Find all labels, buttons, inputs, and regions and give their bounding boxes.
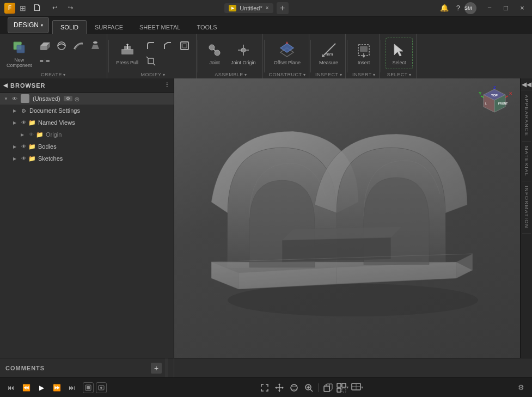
shell-button[interactable] [176,39,193,53]
fit-view-button[interactable] [258,381,271,394]
unsaved-settings-icon[interactable]: ⚙ [64,96,72,101]
app-grid-icon[interactable]: ⊞ [20,4,26,13]
grid-button[interactable]: ▾ [336,381,349,394]
hole-button[interactable] [36,54,53,68]
close-button[interactable]: × [515,2,530,14]
svg-text:Y: Y [479,91,482,96]
revolve-button[interactable] [53,39,70,53]
offset-plane-button[interactable]: Offset Plane [271,39,304,68]
play-button[interactable]: ▶ [35,381,48,394]
measure-button[interactable]: mm Measure [316,39,341,68]
view-cube-button[interactable] [321,381,334,394]
select-button[interactable]: Select [387,39,411,68]
unsaved-folder-icon [21,94,29,103]
sidebar-tab-material[interactable]: MATERIAL [522,142,531,181]
bodies-eye-icon[interactable]: 👁 [20,143,27,150]
fillet-button[interactable] [143,39,159,53]
pan-button[interactable] [273,381,286,394]
construct-dropdown-icon[interactable]: ▾ [303,72,306,77]
joint-origin-button[interactable]: Joint Origin [228,39,259,68]
step-forward-button[interactable]: ⏩ [50,381,63,394]
tab-solid[interactable]: SOLID [52,20,87,34]
browser-item-bodies[interactable]: ▶ 👁 📁 Bodies [0,141,174,152]
new-component-button[interactable]: NewComponent [3,36,35,70]
browser-header: ◀ BROWSER ⋮ [0,78,174,93]
active-tab-pill[interactable]: ▶ Untitled* × [224,3,273,13]
orientation-cube[interactable]: TOP L FRONT X Y Z [475,85,513,123]
insert-derive-button[interactable]: Insert [352,39,376,68]
chamfer-button[interactable] [160,39,176,53]
notification-icon[interactable]: 🔔 [437,2,452,15]
assemble-dropdown-icon[interactable]: ▾ [244,72,247,77]
display-button[interactable]: ▾ [351,381,364,394]
loft-button[interactable] [87,39,103,53]
inspect-dropdown-icon[interactable]: ▾ [340,72,343,77]
add-comment-button[interactable]: + [151,363,162,374]
panel-resize-handle[interactable] [165,358,168,377]
record-button[interactable] [83,382,94,393]
minimize-button[interactable]: − [482,2,497,14]
browser-options-icon[interactable]: ⋮ [164,82,170,89]
modify-dropdown-icon[interactable]: ▾ [163,72,166,77]
redo-icon: ↪ [68,4,73,11]
account-button[interactable]: SM [464,2,476,14]
tab-close-icon[interactable]: × [266,5,269,11]
orbit-button[interactable] [288,381,301,394]
ribbon-group-insert: Insert INSERT ▾ [348,34,380,78]
sidebar-tab-information[interactable]: INFORMATION [522,181,531,234]
step-back-button[interactable]: ⏪ [20,381,33,394]
select-dropdown-icon[interactable]: ▾ [409,72,412,77]
help-icon[interactable]: ? [453,2,463,15]
tab-surface[interactable]: SURFACE [87,20,131,34]
browser-item-sketches[interactable]: ▶ 👁 📁 Sketches [0,152,174,164]
svg-marker-62 [282,387,284,389]
browser-item-named-views[interactable]: ▶ 👁 📁 Named Views [0,117,174,129]
svg-rect-16 [181,42,188,50]
sidebar-tab-appearance[interactable]: APPEARANCE [522,90,531,142]
svg-rect-1 [17,45,25,53]
svg-text:Z: Z [493,85,496,90]
sweep-button[interactable] [70,39,87,53]
statusbar-center: ▾ ▾ [258,381,364,394]
undo-button[interactable]: ↩ [49,2,60,15]
browser-item-unsaved[interactable]: ▼ 👁 (Unsaved) ⚙ ◎ [0,93,174,105]
unsaved-target-icon[interactable]: ◎ [75,96,80,102]
file-menu[interactable]: 🗋 [30,2,45,15]
design-workspace-button[interactable]: DESIGN ▾ [8,17,49,33]
browser-item-doc-settings[interactable]: ▶ ⚙ Document Settings [0,105,174,117]
app-logo[interactable]: F [4,3,15,14]
sketches-eye-icon[interactable]: 👁 [20,155,27,162]
browser-collapse-icon[interactable]: ◀ [3,82,8,88]
viewport[interactable]: TOP L FRONT X Y Z [174,78,520,358]
maximize-button[interactable]: □ [498,2,513,14]
screen-capture-button[interactable] [96,382,107,393]
inspect-buttons: mm Measure [316,36,341,71]
unsaved-eye-icon[interactable]: 👁 [11,95,19,102]
insert-dropdown-icon[interactable]: ▾ [373,72,376,77]
ribbon: NewComponent [0,34,532,78]
sidebar-collapse-arrow[interactable]: ◀◀ [521,78,533,90]
tab-sheet-metal[interactable]: SHEET METAL [131,20,188,34]
tab-tools[interactable]: TOOLS [188,20,225,34]
new-tab-button[interactable]: + [277,2,289,14]
scale-button[interactable] [143,54,159,68]
settings-button[interactable]: ⚙ [515,381,528,394]
redo-button[interactable]: ↪ [65,2,76,15]
extrude-button[interactable] [36,39,53,53]
svg-point-58 [100,387,102,389]
svg-rect-56 [87,386,90,389]
svg-point-8 [93,41,97,44]
create-dropdown-icon[interactable]: ▾ [63,72,66,77]
insert-label-group: INSERT ▾ [352,71,375,77]
press-pull-button[interactable]: Press Pull [113,39,142,68]
goto-start-button[interactable]: ⏮ [4,381,17,394]
joint-button[interactable]: Joint [203,39,227,68]
3d-model [195,115,500,322]
origin-eye-icon[interactable]: 👁 [27,131,35,138]
goto-end-button[interactable]: ⏭ [65,381,78,394]
browser-item-origin[interactable]: ▶ 👁 📁 Origin [0,129,174,141]
svg-point-64 [291,386,297,389]
new-component-label: NewComponent [7,57,32,68]
zoom-button[interactable] [302,381,315,394]
named-views-eye-icon[interactable]: 👁 [20,119,27,126]
